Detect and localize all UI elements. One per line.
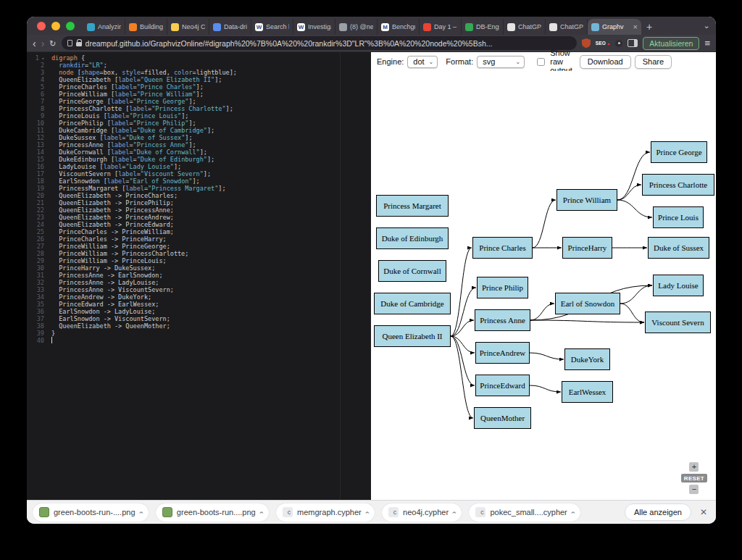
code-line[interactable]: DukeCambridge [label="Duke of Cambridge"…	[51, 127, 371, 134]
close-window-button[interactable]	[37, 22, 46, 30]
code-line[interactable]: rankdir="LR";	[51, 62, 371, 69]
tab-favicon: W	[255, 23, 263, 31]
code-line[interactable]: PrincePhilip [label="Prince Philip"];	[51, 120, 371, 127]
code-line[interactable]: PrinceGeorge [label="Prince George"];	[51, 98, 371, 105]
code-line[interactable]: ViscountSevern [label="Viscount Severn"]…	[51, 170, 371, 177]
code-line[interactable]: PrincessAnne -> LadyLouise;	[51, 279, 371, 286]
seo-extension-icon[interactable]: SEO	[596, 41, 610, 46]
code-line[interactable]: QueenElizabeth [label="Queen Elizabeth I…	[51, 76, 371, 83]
line-number: 8	[27, 105, 44, 112]
back-button[interactable]: ‹	[33, 38, 36, 49]
tab-label: Data-driven	[224, 23, 247, 30]
tab-close-icon[interactable]: ×	[633, 23, 638, 31]
code-line[interactable]: QueenElizabeth -> PrincePhilip;	[51, 199, 371, 206]
browser-tab[interactable]: Day 1 – Ad	[420, 19, 462, 35]
chevron-up-icon[interactable]: ›	[363, 511, 371, 513]
minimize-window-button[interactable]	[51, 22, 60, 30]
code-line[interactable]: PrincessAnne -> EarlSnowdon;	[51, 272, 371, 279]
code-line[interactable]: PrincessAnne -> ViscountSevern;	[51, 286, 371, 293]
show-raw-output-checkbox[interactable]	[537, 58, 545, 66]
browser-tab[interactable]: ChatGPT	[546, 19, 588, 35]
tab-search-button[interactable]: ⌄	[697, 17, 716, 35]
zoom-reset-button[interactable]: RESET	[681, 474, 707, 482]
code-line[interactable]: PrincessAnne [label="Princess Anne"];	[51, 141, 371, 149]
browser-tab[interactable]: (8) @neo4	[335, 19, 378, 35]
zoom-out-button[interactable]: −	[689, 485, 699, 494]
engine-select[interactable]: dot ⌄	[407, 56, 438, 68]
code-line[interactable]: QueenElizabeth -> QueenMother;	[51, 322, 371, 330]
chevron-up-icon[interactable]: ›	[569, 511, 577, 513]
code-line[interactable]: PrinceWilliam -> PrinceGeorge;	[51, 243, 371, 250]
graph-canvas[interactable]: Princess MargaretDuke of EdinburghDuke o…	[371, 71, 716, 500]
code-line[interactable]: node [shape=box, style=filled, color=lig…	[51, 69, 371, 76]
chevron-up-icon[interactable]: ›	[450, 511, 458, 513]
code-line[interactable]	[51, 337, 371, 344]
address-bar[interactable]: dreampuf.github.io/GraphvizOnline/#digra…	[62, 36, 577, 50]
forward-button[interactable]: ›	[41, 38, 45, 49]
code-line[interactable]: QueenElizabeth -> PrinceCharles;	[51, 192, 371, 199]
close-downloads-icon[interactable]: ✕	[700, 507, 707, 517]
code-line[interactable]: PrincessMargaret [label="Princess Margar…	[51, 185, 371, 192]
browser-tab[interactable]: Data-driven	[209, 19, 251, 35]
new-tab-button[interactable]: +	[641, 19, 657, 35]
menu-icon[interactable]: ≡	[704, 38, 710, 49]
code-line[interactable]: PrinceCharles -> PrinceWilliam;	[51, 228, 371, 235]
code-line[interactable]: PrinceWilliam -> PrincessCharlotte;	[51, 250, 371, 257]
format-select[interactable]: svg ⌄	[477, 56, 525, 68]
download-button[interactable]: Download	[580, 55, 631, 69]
browser-tab[interactable]: WSearch lists	[251, 19, 293, 35]
code-line[interactable]: QueenElizabeth -> PrincessAnne;	[51, 206, 371, 214]
code-line[interactable]: PrinceCharles [label="Prince Charles"];	[51, 83, 371, 91]
line-number: 23	[27, 214, 44, 221]
browser-tab[interactable]: ChatGPT: C	[504, 19, 546, 35]
fullscreen-window-button[interactable]	[66, 22, 75, 30]
line-number: 22	[27, 206, 44, 214]
code-line[interactable]: EarlSnowdon -> ViscountSevern;	[51, 315, 371, 322]
browser-tab[interactable]: DB-Engines	[462, 19, 504, 35]
download-chip[interactable]: green-boots-run....png›	[156, 503, 269, 522]
code-line[interactable]: PrincessCharlotte [label="Princess Charl…	[51, 105, 371, 112]
chevron-up-icon[interactable]: ›	[257, 511, 265, 513]
share-button[interactable]: Share	[635, 55, 672, 69]
code-line[interactable]: PrinceWilliam [label="Prince William"];	[51, 91, 371, 98]
download-chip[interactable]: cpokec_small....cypher›	[469, 503, 580, 522]
code-line[interactable]: PrinceEdward -> EarlWessex;	[51, 301, 371, 308]
dot-code-editor[interactable]: 1234567891011121314151617181920212223242…	[27, 52, 371, 500]
aktualisieren-button[interactable]: Aktualisieren	[643, 37, 699, 50]
code-line[interactable]: DukeEdinburgh [label="Duke of Edinburgh"…	[51, 156, 371, 163]
browser-tab[interactable]: Graphv×	[588, 19, 641, 35]
code-line[interactable]: PrinceAndrew -> DukeYork;	[51, 293, 371, 301]
select-arrow-icon: ⌄	[516, 59, 521, 65]
editor-code[interactable]: digraph { rankdir="LR"; node [shape=box,…	[49, 54, 371, 500]
adblock-shield-icon[interactable]	[582, 38, 591, 48]
code-line[interactable]: QueenElizabeth -> PrinceEdward;	[51, 221, 371, 228]
download-chip[interactable]: cneo4j.cypher›	[382, 503, 462, 522]
chevron-up-icon[interactable]: ›	[137, 511, 145, 513]
browser-tab[interactable]: Building a C	[125, 19, 167, 35]
reload-button[interactable]: ↻	[49, 38, 56, 49]
code-line[interactable]: EarlSnowdon -> LadyLouise;	[51, 308, 371, 315]
code-line[interactable]: PrinceLouis [label="Prince Louis"];	[51, 112, 371, 120]
zoom-in-button[interactable]: +	[689, 462, 699, 472]
code-line[interactable]: }	[51, 330, 371, 337]
browser-tab[interactable]: Analyzing C	[83, 19, 125, 35]
sidebar-toggle-icon[interactable]	[628, 39, 638, 47]
code-line[interactable]: PrinceWilliam -> PrinceLouis;	[51, 257, 371, 264]
code-line[interactable]: DukeSussex [label="Duke of Sussex"];	[51, 134, 371, 141]
browser-tab[interactable]: Neo4j Com	[167, 19, 209, 35]
show-all-downloads-button[interactable]: Alle anzeigen	[625, 503, 691, 521]
code-line[interactable]: DukeCornwall [label="Duke of Cornwall"];	[51, 149, 371, 156]
code-line[interactable]: QueenElizabeth -> PrinceAndrew;	[51, 214, 371, 221]
download-chip[interactable]: cmemgraph.cypher›	[276, 503, 375, 522]
code-line[interactable]: PrinceHarry -> DukeSussex;	[51, 264, 371, 272]
code-line[interactable]: digraph {	[51, 54, 371, 62]
code-line[interactable]: EarlSnowdon [label="Earl of Snowdon"];	[51, 177, 371, 185]
code-line[interactable]: PrinceCharles -> PrinceHarry;	[51, 235, 371, 243]
code-line[interactable]: LadyLouise [label="Lady Louise"];	[51, 163, 371, 170]
browser-tab[interactable]: MBenchgrap	[378, 19, 420, 35]
graph-node-PrinceLouis: Prince Louis	[653, 206, 704, 228]
browser-tab[interactable]: WInvestigate	[293, 19, 335, 35]
extension-pin-icon[interactable]	[615, 40, 622, 47]
download-chip[interactable]: green-boots-run-....png›	[33, 503, 149, 522]
page-info-icon[interactable]	[67, 40, 72, 46]
